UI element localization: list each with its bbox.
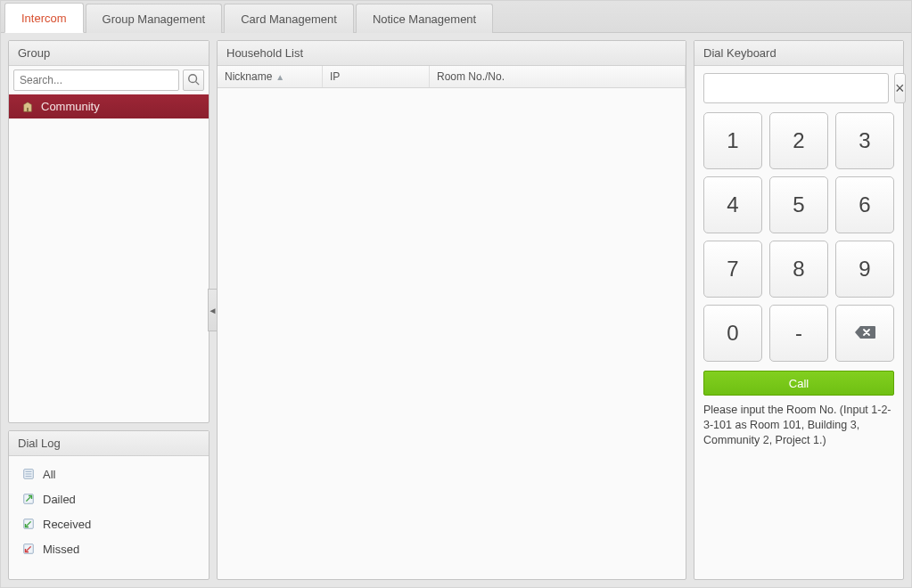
key-8[interactable]: 8: [769, 241, 828, 298]
dial-log-panel: Dial Log All Dailed: [8, 430, 210, 580]
dial-log-item-label: Dailed: [43, 493, 76, 506]
svg-line-1: [196, 81, 200, 85]
key-0[interactable]: 0: [703, 305, 762, 362]
group-search-button[interactable]: [183, 69, 204, 91]
log-received-icon: [21, 517, 36, 531]
dial-help-text: Please input the Room No. (Input 1-2-3-1…: [703, 403, 894, 448]
collapse-left-handle[interactable]: ◄: [208, 289, 217, 331]
dial-keyboard-body: × 1 2 3 4 5 6 7 8 9 0 -: [694, 66, 903, 455]
group-tree: Community: [9, 94, 209, 422]
tree-item-label: Community: [41, 100, 100, 113]
dial-clear-button[interactable]: ×: [894, 73, 906, 103]
svg-rect-2: [27, 107, 29, 110]
key-7[interactable]: 7: [703, 241, 762, 298]
group-search-row: [9, 66, 209, 94]
left-column: Group Community Dial Log: [8, 40, 210, 580]
close-icon: ×: [895, 79, 905, 98]
group-panel: Group Community: [8, 40, 210, 423]
dial-keyboard-panel: Dial Keyboard × 1 2 3 4 5 6 7 8: [694, 40, 904, 580]
dial-log-list: All Dailed Received: [9, 456, 209, 579]
key-3[interactable]: 3: [835, 112, 894, 169]
household-table-header: Nickname ▲ IP Room No./No.: [218, 66, 686, 88]
household-panel-title: Household List: [218, 41, 686, 66]
tab-label: Group Management: [103, 12, 206, 26]
key-5[interactable]: 5: [769, 176, 828, 233]
dial-log-title: Dial Log: [9, 431, 209, 456]
tabs-bar: Intercom Group Management Card Managemen…: [1, 1, 911, 33]
dial-keyboard-title: Dial Keyboard: [694, 41, 903, 66]
tree-item-community[interactable]: Community: [9, 94, 209, 118]
dial-display-input[interactable]: [703, 73, 889, 103]
key-1[interactable]: 1: [703, 112, 762, 169]
column-label: Room No./No.: [437, 70, 505, 83]
right-column: Dial Keyboard × 1 2 3 4 5 6 7 8: [694, 40, 904, 580]
tab-card-management[interactable]: Card Management: [224, 4, 354, 33]
tab-label: Intercom: [21, 12, 67, 25]
group-search-input[interactable]: [13, 69, 179, 91]
dial-log-item-received[interactable]: Received: [9, 511, 209, 536]
column-header-ip[interactable]: IP: [323, 66, 430, 87]
log-dialed-icon: [21, 492, 36, 506]
dial-display-row: ×: [703, 73, 894, 103]
column-label: Nickname: [225, 70, 272, 83]
search-icon: [187, 73, 200, 88]
call-button[interactable]: Call: [703, 371, 894, 396]
dial-log-item-dailed[interactable]: Dailed: [9, 486, 209, 511]
chevron-left-icon: ◄: [209, 306, 218, 315]
workarea: Group Community Dial Log: [1, 33, 911, 587]
tab-intercom[interactable]: Intercom: [4, 3, 84, 33]
svg-point-0: [189, 74, 197, 82]
tab-notice-management[interactable]: Notice Management: [356, 4, 493, 33]
key-9[interactable]: 9: [835, 241, 894, 298]
dial-log-item-missed[interactable]: Missed: [9, 536, 209, 561]
dial-log-item-label: All: [43, 468, 55, 481]
column-label: IP: [330, 70, 340, 83]
sort-asc-icon: ▲: [275, 72, 284, 82]
dial-log-item-label: Received: [43, 518, 91, 531]
log-all-icon: [21, 467, 36, 481]
tab-label: Card Management: [241, 12, 337, 26]
backspace-icon: [853, 321, 876, 346]
key-backspace[interactable]: [835, 305, 894, 362]
center-column: ◄ Household List Nickname ▲ IP Room No./…: [217, 40, 686, 580]
column-header-nickname[interactable]: Nickname ▲: [218, 66, 323, 87]
dial-log-item-label: Missed: [43, 543, 79, 556]
key-dash[interactable]: -: [769, 305, 828, 362]
key-6[interactable]: 6: [835, 176, 894, 233]
dial-log-item-all[interactable]: All: [9, 461, 209, 486]
log-missed-icon: [21, 542, 36, 556]
org-icon: [21, 101, 34, 113]
tab-label: Notice Management: [373, 12, 476, 26]
key-4[interactable]: 4: [703, 176, 762, 233]
group-panel-title: Group: [9, 41, 209, 66]
dial-keypad: 1 2 3 4 5 6 7 8 9 0 -: [703, 112, 894, 362]
key-2[interactable]: 2: [769, 112, 828, 169]
household-table-body: [218, 88, 686, 579]
tab-group-management[interactable]: Group Management: [86, 4, 223, 33]
household-panel: Household List Nickname ▲ IP Room No./No…: [217, 40, 686, 580]
column-header-room[interactable]: Room No./No.: [430, 66, 686, 87]
